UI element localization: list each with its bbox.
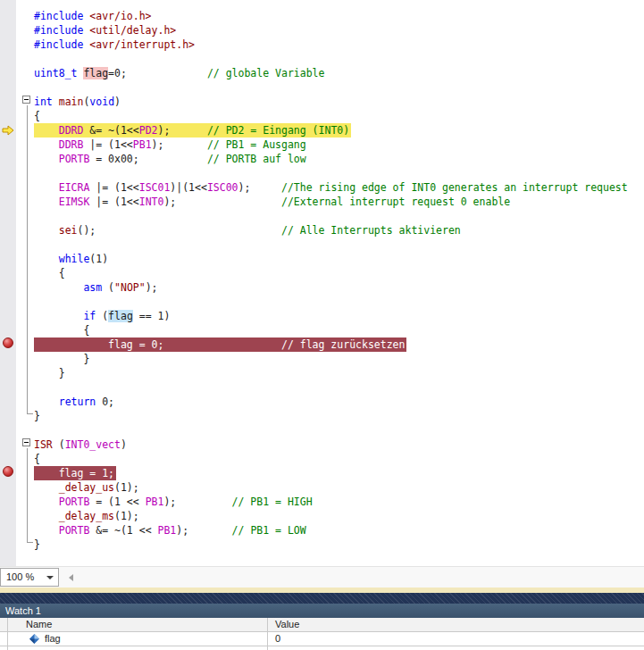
code-editor-lines[interactable]: #include <avr/io.h>#include <util/delay.…: [0, 7, 644, 550]
code-line: DDRB |= (1<<PB1); // PB1 = Ausgang: [0, 136, 644, 150]
code-line: {: [0, 450, 644, 464]
code-line: [0, 164, 644, 179]
code-line: ISR (INT0_vect): [0, 436, 644, 450]
code-line: [0, 379, 644, 393]
watch-column-header-value[interactable]: Value: [268, 618, 644, 631]
watch-row[interactable]: flag0: [0, 632, 644, 646]
code-line: #include <util/delay.h>: [0, 21, 644, 36]
code-line: }: [0, 536, 644, 550]
code-line: flag = 1;: [0, 464, 644, 479]
code-line: sei(); // Alle Interrupts aktivieren: [0, 221, 644, 236]
watch-variable-icon: [29, 634, 39, 644]
fold-toggle-icon[interactable]: [22, 96, 30, 104]
code-line: {: [0, 321, 644, 336]
code-line: }: [0, 350, 644, 364]
code-line: return 0;: [0, 393, 644, 407]
code-line: }: [0, 407, 644, 421]
watch-panel-title[interactable]: Watch 1: [0, 604, 644, 618]
watch-gutter: [0, 646, 8, 650]
zoom-level-value: 100 %: [6, 571, 34, 582]
current-statement-arrow-icon: [2, 123, 14, 134]
watch-empty-row[interactable]: [0, 646, 644, 650]
chevron-down-icon: [46, 576, 54, 579]
code-line: if (flag == 1): [0, 307, 644, 321]
code-line: asm ("NOP");: [0, 279, 644, 293]
watch-rows: flag0: [0, 632, 644, 646]
breakpoint-icon[interactable]: [3, 338, 13, 348]
atmel-studio-debug-view: #include <avr/io.h>#include <util/delay.…: [0, 0, 644, 650]
code-line: _delay_us(1);: [0, 479, 644, 493]
code-line: [0, 50, 644, 64]
code-line: _delay_ms(1);: [0, 507, 644, 521]
watch-header-row: Name Value: [0, 618, 644, 632]
code-line: flag = 0; // flag zurücksetzen: [0, 336, 644, 350]
watch-variable-name: flag: [45, 632, 61, 646]
watch-column-header-name[interactable]: Name: [8, 618, 268, 631]
watch-gutter: [0, 618, 8, 631]
code-line: int main(void): [0, 93, 644, 107]
code-line: {: [0, 107, 644, 121]
zoom-level-dropdown[interactable]: 100 %: [0, 568, 59, 587]
code-line: PORTB = 0x00; // PORTB auf low: [0, 150, 644, 164]
fold-toggle-icon[interactable]: [22, 438, 30, 446]
code-line: DDRD &= ~(1<<PD2); // PD2 = Eingang (INT…: [0, 121, 644, 136]
code-line: while(1): [0, 250, 644, 264]
code-line: [0, 421, 644, 436]
watch-variable-value[interactable]: 0: [268, 632, 644, 646]
code-line: PORTB = (1 << PB1); // PB1 = HIGH: [0, 493, 644, 507]
code-line: #include <avr/interrupt.h>: [0, 36, 644, 50]
breakpoint-icon[interactable]: [3, 466, 13, 477]
code-editor: #include <avr/io.h>#include <util/delay.…: [0, 0, 644, 566]
code-line: PORTB &= ~(1 << PB1); // PB1 = LOW: [0, 521, 644, 536]
code-line: }: [0, 364, 644, 379]
scroll-left-arrow-icon[interactable]: [69, 574, 73, 581]
code-line: {: [0, 264, 644, 279]
code-line: EIMSK |= (1<<INT0); //External interrupt…: [0, 193, 644, 207]
code-line: [0, 293, 644, 307]
editor-status-strip: 100 %: [0, 566, 644, 588]
panel-separator: [0, 593, 644, 604]
code-line: uint8_t flag=0; // globale Variable: [0, 64, 644, 79]
code-line: [0, 207, 644, 221]
code-line: [0, 79, 644, 93]
code-line: #include <avr/io.h>: [0, 7, 644, 21]
code-line: [0, 236, 644, 250]
watch-gutter: [0, 632, 8, 646]
code-line: EICRA |= (1<<ISC01)|(1<<ISC00); //The ri…: [0, 179, 644, 193]
